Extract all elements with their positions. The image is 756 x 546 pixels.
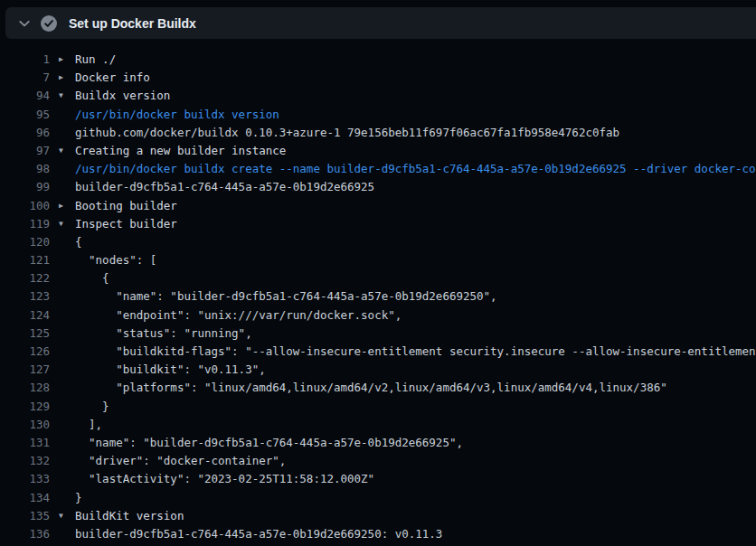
log-group-line[interactable]: 94▼Buildx version	[0, 87, 756, 105]
line-number[interactable]: 122	[0, 269, 50, 287]
line-number[interactable]: 121	[0, 251, 50, 269]
log-text: "driver": "docker-container",	[75, 452, 286, 470]
log-group-line[interactable]: 97▼Creating a new builder instance	[0, 142, 756, 160]
log-lines: 1▶Run ./7▶Docker info94▼Buildx version95…	[0, 39, 756, 546]
log-text: "status": "running",	[75, 325, 252, 343]
log-line: 130 ],	[0, 416, 756, 434]
log-text: {	[75, 269, 109, 287]
marker-spacer	[50, 178, 75, 196]
triangle-right-icon[interactable]: ▶	[50, 51, 75, 69]
log-group-line[interactable]: 119▼Inspect builder	[0, 215, 756, 233]
line-number[interactable]: 132	[0, 452, 50, 470]
log-group-title: BuildKit version	[75, 507, 184, 525]
line-number[interactable]: 97	[0, 142, 50, 160]
log-text: "name": "builder-d9cfb5a1-c764-445a-a57e…	[75, 434, 463, 452]
log-text: }	[75, 398, 109, 416]
line-number[interactable]: 94	[0, 87, 50, 105]
line-number[interactable]: 127	[0, 361, 50, 379]
line-number[interactable]: 98	[0, 160, 50, 178]
log-text: }	[75, 489, 82, 507]
line-number[interactable]: 131	[0, 434, 50, 452]
triangle-right-icon[interactable]: ▶	[50, 69, 75, 87]
log-line: 131 "name": "builder-d9cfb5a1-c764-445a-…	[0, 434, 756, 452]
log-group-line[interactable]: 100▶Booting builder	[0, 197, 756, 215]
log-group-line[interactable]: 7▶Docker info	[0, 69, 756, 87]
log-text: github.com/docker/buildx 0.10.3+azure-1 …	[75, 124, 619, 142]
check-circle-icon	[41, 15, 57, 32]
marker-spacer	[50, 269, 75, 287]
log-group-title: Inspect builder	[75, 215, 177, 233]
triangle-down-icon[interactable]: ▼	[50, 87, 75, 105]
marker-spacer	[50, 434, 75, 452]
line-number[interactable]: 96	[0, 124, 50, 142]
log-line: 124 "endpoint": "unix:///var/run/docker.…	[0, 306, 756, 325]
marker-spacer	[50, 343, 75, 361]
line-number[interactable]: 119	[0, 215, 50, 233]
log-line: 127 "buildkit": "v0.11.3",	[0, 361, 756, 379]
marker-spacer	[50, 361, 75, 379]
log-line: 98/usr/bin/docker buildx create --name b…	[0, 160, 756, 178]
log-line: 134}	[0, 489, 756, 507]
log-text: "nodes": [	[75, 251, 156, 269]
log-line: 129 }	[0, 398, 756, 416]
line-number[interactable]: 130	[0, 416, 50, 434]
line-number[interactable]: 123	[0, 287, 50, 306]
log-line: 125 "status": "running",	[0, 325, 756, 343]
marker-spacer	[50, 525, 75, 543]
line-number[interactable]: 128	[0, 379, 50, 397]
log-text: "endpoint": "unix:///var/run/docker.sock…	[75, 306, 402, 325]
log-line: 133 "lastActivity": "2023-02-25T11:58:12…	[0, 470, 756, 488]
marker-spacer	[50, 306, 75, 325]
marker-spacer	[50, 416, 75, 434]
marker-spacer	[50, 251, 75, 269]
line-number[interactable]: 126	[0, 343, 50, 361]
log-text: builder-d9cfb5a1-c764-445a-a57e-0b19d2e6…	[75, 178, 374, 196]
log-group-title: Booting builder	[75, 197, 177, 215]
line-number[interactable]: 7	[0, 69, 50, 87]
log-line: 122 {	[0, 269, 756, 287]
log-text: /usr/bin/docker buildx create --name bui…	[75, 160, 756, 178]
marker-spacer	[50, 379, 75, 397]
log-text: builder-d9cfb5a1-c764-445a-a57e-0b19d2e6…	[75, 525, 442, 543]
marker-spacer	[50, 489, 75, 507]
marker-spacer	[50, 124, 75, 142]
marker-spacer	[50, 160, 75, 178]
log-group-line[interactable]: 1▶Run ./	[0, 51, 756, 69]
chevron-down-icon[interactable]	[16, 15, 33, 32]
line-number[interactable]: 133	[0, 470, 50, 488]
line-number[interactable]: 136	[0, 525, 50, 543]
triangle-down-icon[interactable]: ▼	[50, 142, 75, 160]
log-text: "buildkitd-flags": "--allow-insecure-ent…	[75, 343, 756, 361]
line-number[interactable]: 1	[0, 51, 50, 69]
log-group-title: Docker info	[75, 69, 150, 87]
marker-spacer	[50, 287, 75, 306]
line-number[interactable]: 134	[0, 489, 50, 507]
line-number[interactable]: 124	[0, 306, 50, 325]
log-text: "name": "builder-d9cfb5a1-c764-445a-a57e…	[75, 287, 497, 306]
log-line: 99builder-d9cfb5a1-c764-445a-a57e-0b19d2…	[0, 178, 756, 196]
marker-spacer	[50, 398, 75, 416]
line-number[interactable]: 125	[0, 325, 50, 343]
triangle-down-icon[interactable]: ▼	[50, 215, 75, 233]
log-line: 95/usr/bin/docker buildx version	[0, 106, 756, 124]
log-group-line[interactable]: 135▼BuildKit version	[0, 507, 756, 525]
triangle-down-icon[interactable]: ▼	[50, 507, 75, 525]
log-line: 123 "name": "builder-d9cfb5a1-c764-445a-…	[0, 287, 756, 306]
log-line: 132 "driver": "docker-container",	[0, 452, 756, 470]
line-number[interactable]: 129	[0, 398, 50, 416]
log-text: "platforms": "linux/amd64,linux/amd64/v2…	[75, 379, 667, 397]
log-text: "buildkit": "v0.11.3",	[75, 361, 266, 379]
log-line: 96github.com/docker/buildx 0.10.3+azure-…	[0, 124, 756, 142]
step-header[interactable]: Set up Docker Buildx	[5, 7, 756, 39]
log-line: 136builder-d9cfb5a1-c764-445a-a57e-0b19d…	[0, 525, 756, 543]
log-group-title: Creating a new builder instance	[75, 142, 286, 160]
log-text: "lastActivity": "2023-02-25T11:58:12.000…	[75, 470, 374, 488]
line-number[interactable]: 95	[0, 106, 50, 124]
triangle-right-icon[interactable]: ▶	[50, 197, 75, 215]
line-number[interactable]: 120	[0, 233, 50, 251]
line-number[interactable]: 100	[0, 197, 50, 215]
line-number[interactable]: 135	[0, 507, 50, 525]
log-group-title: Run ./	[75, 51, 116, 69]
line-number[interactable]: 99	[0, 178, 50, 196]
log-line: 120{	[0, 233, 756, 251]
